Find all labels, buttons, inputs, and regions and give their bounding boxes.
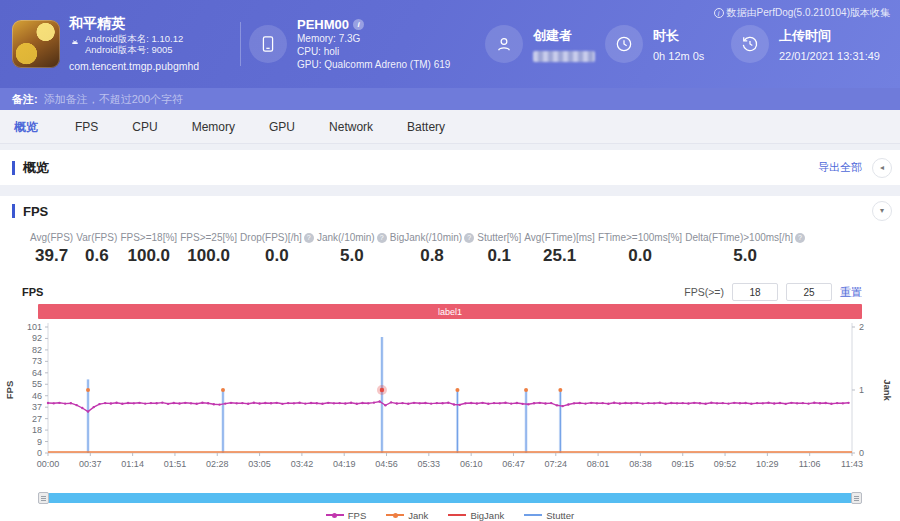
help-icon[interactable]: ? — [464, 233, 474, 243]
duration-block: 时长 0h 12m 0s — [605, 25, 731, 63]
zoom-handle-right-icon[interactable] — [851, 492, 862, 504]
stat-label: FPS>=18[%] — [120, 232, 177, 243]
stat-label: Jank(/10min)? — [317, 232, 387, 243]
fps-point — [601, 402, 603, 404]
fps-point — [470, 402, 472, 404]
help-icon[interactable]: ? — [795, 233, 805, 243]
help-icon[interactable]: ? — [377, 233, 387, 243]
fps-point — [784, 403, 786, 405]
remark-bar[interactable]: 备注: 添加备注，不超过200个字符 — [0, 88, 900, 110]
fps-chart[interactable]: 1019282736455463727189021000:0000:3701:1… — [0, 319, 900, 485]
tab-network[interactable]: Network — [312, 110, 390, 144]
fps-point — [710, 402, 712, 404]
fps-point — [596, 402, 598, 404]
fps-point — [453, 403, 455, 405]
phone-icon — [249, 25, 287, 63]
fps-point — [647, 402, 649, 404]
fps-point — [802, 402, 804, 404]
fps-point — [561, 405, 563, 407]
android-version-code: Android版本号: 9005 — [85, 44, 183, 56]
x-axis-tick-label: 00:00 — [37, 459, 60, 469]
history-clock-icon — [731, 25, 769, 63]
fps-point — [504, 402, 506, 404]
fps-point — [619, 402, 621, 404]
fps-point — [704, 403, 706, 405]
fps-point — [756, 402, 758, 404]
fps-point — [195, 403, 197, 405]
fps-series — [47, 400, 850, 413]
fps-point — [796, 402, 798, 404]
chart-zoom-scrollbar[interactable] — [38, 493, 862, 503]
stat-label: FTime>=100ms[%] — [598, 232, 682, 243]
annotation-label: label1 — [438, 307, 462, 317]
fps-point — [110, 402, 112, 404]
tab-fps[interactable]: FPS — [58, 110, 115, 144]
fps-point — [847, 402, 849, 404]
chart-legend: FPSJankBigJankStutter — [0, 506, 900, 521]
upload-label: 上传时间 — [779, 27, 880, 45]
duration-label: 时长 — [653, 27, 704, 45]
left-axis-tick-label: 55 — [32, 379, 42, 389]
fps-point — [653, 402, 655, 404]
tab-battery[interactable]: Battery — [390, 110, 462, 144]
tab-cpu[interactable]: CPU — [115, 110, 174, 144]
export-all-link[interactable]: 导出全部 — [818, 160, 862, 175]
fps-point — [613, 402, 615, 404]
collapse-panel-button[interactable]: ◂ — [872, 158, 892, 178]
clock-icon — [605, 25, 643, 63]
fps-point — [127, 402, 129, 404]
stat-value: 100.0 — [120, 246, 177, 266]
legend-item-bigjank[interactable]: BigJank — [448, 510, 504, 521]
legend-item-stutter[interactable]: Stutter — [524, 510, 574, 521]
x-axis-tick-label: 08:01 — [587, 459, 610, 469]
x-axis-tick-label: 04:56 — [375, 459, 398, 469]
device-info-icon[interactable]: i — [353, 19, 364, 30]
collapse-section-button[interactable]: ▾ — [872, 201, 892, 221]
help-icon[interactable]: ? — [304, 233, 314, 243]
fps-point — [270, 402, 272, 404]
device-block: PEHM00 i Memory: 7.3G CPU: holi GPU: Qua… — [249, 17, 485, 71]
x-axis-tick-label: 05:33 — [418, 459, 441, 469]
tab-gpu[interactable]: GPU — [252, 110, 312, 144]
right-axis-tick-label: 1 — [859, 385, 864, 395]
zoom-handle-left-icon[interactable] — [38, 492, 49, 504]
bigjank-marker — [380, 388, 384, 392]
fps-threshold-high-input[interactable] — [786, 283, 832, 301]
fps-section-header: FPS ▾ — [0, 196, 900, 226]
jank-event-marker — [221, 388, 225, 392]
left-axis-tick-label: 37 — [32, 402, 42, 412]
fps-point — [178, 402, 180, 404]
app-icon — [12, 20, 60, 68]
stat-ftime-100ms: FTime>=100ms[%]0.0 — [598, 232, 682, 280]
left-axis-tick-label: 0 — [37, 448, 42, 458]
fps-point — [447, 402, 449, 404]
fps-point — [750, 403, 752, 405]
stat-value: 0.0 — [598, 246, 682, 266]
fps-threshold-low-input[interactable] — [732, 283, 778, 301]
stat-value: 5.0 — [317, 246, 387, 266]
legend-label: BigJank — [470, 510, 504, 521]
fps-point — [207, 402, 209, 404]
legend-swatch — [524, 511, 542, 519]
fps-point — [516, 402, 518, 404]
x-axis-tick-label: 01:14 — [121, 459, 144, 469]
fps-stats-row: Avg(FPS)39.7Var(FPS)0.6FPS>=18[%]100.0FP… — [0, 226, 900, 280]
fps-point — [396, 402, 398, 404]
legend-item-jank[interactable]: Jank — [386, 510, 428, 521]
fps-point — [779, 402, 781, 404]
tab-概览[interactable]: 概览 — [14, 110, 58, 144]
tab-memory[interactable]: Memory — [175, 110, 252, 144]
stat-value: 5.0 — [685, 246, 805, 266]
legend-item-fps[interactable]: FPS — [326, 510, 366, 521]
fps-point — [87, 410, 89, 412]
stat-delta-ftime-100ms-h: Delta(FTime)>100ms[/h]?5.0 — [685, 232, 805, 280]
fps-point — [190, 402, 192, 404]
stat-label: Avg(FPS) — [30, 232, 73, 243]
fps-point — [333, 402, 335, 404]
fps-point — [682, 402, 684, 404]
fps-point — [527, 403, 529, 405]
fps-point — [744, 402, 746, 404]
stat-fps-18: FPS>=18[%]100.0 — [120, 232, 177, 280]
stutter-series — [88, 337, 560, 453]
reset-link[interactable]: 重置 — [840, 285, 862, 300]
